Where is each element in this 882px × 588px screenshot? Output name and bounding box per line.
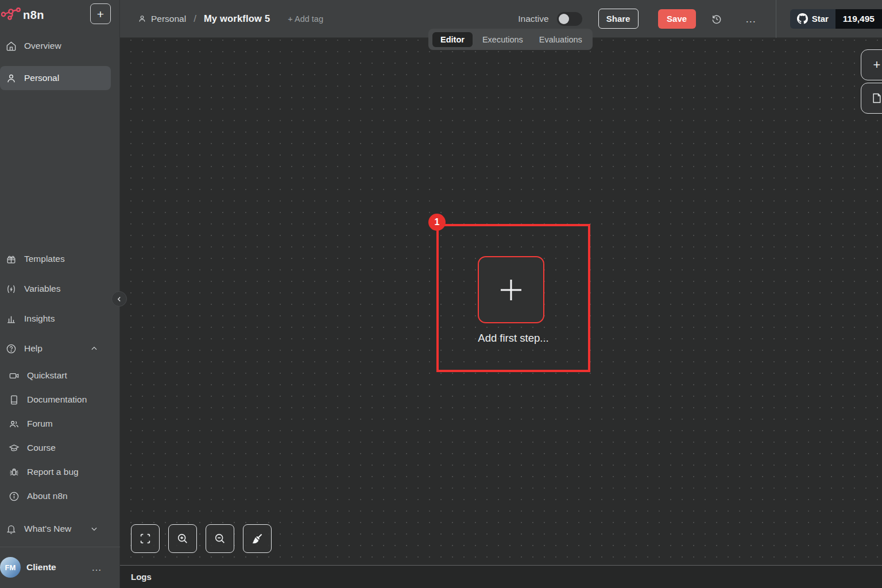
canvas-add-node-button[interactable]: + (861, 49, 882, 80)
more-options-button[interactable]: … (745, 13, 757, 25)
share-button[interactable]: Share (598, 9, 639, 29)
breadcrumb-project-label: Personal (151, 14, 186, 24)
zoom-out-button[interactable] (206, 524, 234, 553)
topbar-separator (776, 0, 776, 38)
n8n-app-window: n8n + Overview Personal Templates Variab… (0, 0, 882, 588)
workflow-title[interactable]: My workflow 5 (204, 13, 270, 24)
github-icon (797, 13, 808, 24)
sidebar-item-label: Insights (24, 314, 55, 324)
user-name: Cliente (26, 562, 56, 572)
sidebar-collapse-button[interactable] (111, 291, 127, 307)
app-title: n8n (23, 9, 44, 22)
book-icon (9, 394, 20, 405)
sidebar: n8n + Overview Personal Templates Variab… (0, 0, 120, 588)
broom-icon (251, 532, 264, 545)
sidebar-divider (0, 547, 120, 547)
github-star-widget[interactable]: Star 119,495 (790, 9, 882, 29)
history-icon (711, 13, 722, 25)
fit-view-button[interactable] (131, 524, 160, 553)
tab-editor[interactable]: Editor (432, 32, 473, 47)
sidebar-item-label: Quickstart (27, 370, 67, 381)
sidebar-item-label: Course (27, 443, 56, 453)
variables-icon (6, 284, 17, 295)
sidebar-item-quickstart[interactable]: Quickstart (0, 363, 111, 388)
tab-evaluations[interactable]: Evaluations (533, 32, 589, 47)
home-icon (6, 41, 17, 52)
annotation-badge: 1 (428, 214, 446, 231)
add-first-step-label[interactable]: Add first step... (436, 332, 590, 345)
sidebar-help-submenu: Quickstart Documentation Forum Course Re… (0, 363, 120, 508)
add-tag-button[interactable]: + Add tag (288, 14, 323, 24)
workflow-status-label: Inactive (518, 14, 548, 24)
forum-icon (9, 419, 20, 430)
tidy-up-button[interactable] (243, 524, 272, 553)
fit-view-icon (139, 532, 152, 545)
logs-panel-header[interactable]: Logs (120, 565, 882, 588)
sidebar-main-nav: Overview Personal (0, 34, 120, 98)
avatar: FM (0, 557, 21, 578)
user-icon (138, 14, 146, 23)
sidebar-item-label: Overview (24, 41, 61, 51)
bug-icon (9, 467, 20, 478)
active-toggle[interactable] (557, 12, 582, 26)
breadcrumb: Personal / My workflow 5 + Add tag (138, 13, 323, 25)
sidebar-item-insights[interactable]: Insights (0, 307, 111, 331)
insights-icon (6, 314, 17, 324)
sidebar-secondary-nav: Templates Variables Insights Help (0, 247, 120, 366)
breadcrumb-separator: / (194, 13, 196, 25)
sidebar-item-label: Variables (24, 284, 60, 294)
chevron-up-icon (90, 345, 98, 355)
logs-title: Logs (131, 572, 152, 582)
chevron-left-icon (116, 296, 123, 303)
info-icon (9, 491, 20, 502)
sidebar-item-personal[interactable]: Personal (0, 66, 111, 90)
sidebar-item-label: Help (24, 343, 42, 354)
sidebar-item-about[interactable]: About n8n (0, 484, 111, 508)
user-menu[interactable]: FM Cliente … (0, 552, 120, 582)
user-icon (6, 73, 17, 84)
sidebar-item-label: Documentation (27, 394, 87, 405)
sidebar-item-label: Personal (24, 73, 59, 83)
view-tabs: Editor Executions Evaluations (428, 29, 593, 50)
zoom-out-icon (214, 532, 226, 545)
logo-row: n8n + (0, 2, 120, 28)
sidebar-item-label: What's New (24, 524, 71, 534)
sidebar-item-variables[interactable]: Variables (0, 277, 111, 301)
sidebar-item-label: About n8n (27, 491, 68, 501)
plus-icon (498, 277, 524, 303)
templates-icon (6, 254, 17, 265)
canvas-controls (131, 524, 272, 553)
user-more-button[interactable]: … (91, 562, 103, 574)
github-star-label: Star (812, 14, 829, 24)
sidebar-item-course[interactable]: Course (0, 436, 111, 460)
zoom-in-icon (176, 532, 189, 545)
zoom-in-button[interactable] (168, 524, 197, 553)
video-icon (9, 370, 20, 381)
tab-executions[interactable]: Executions (476, 32, 529, 47)
bell-icon (6, 524, 17, 535)
canvas-add-sticky-button[interactable] (861, 83, 882, 114)
history-button[interactable] (711, 13, 722, 25)
breadcrumb-project[interactable]: Personal (138, 14, 186, 24)
sidebar-bottom-nav: What's New (0, 517, 120, 541)
toggle-knob (559, 14, 569, 24)
github-star-count: 119,495 (835, 9, 882, 29)
sidebar-item-forum[interactable]: Forum (0, 412, 111, 436)
add-first-step-button[interactable] (478, 256, 544, 323)
sidebar-item-label: Templates (24, 254, 65, 264)
sidebar-item-templates[interactable]: Templates (0, 247, 111, 271)
sidebar-item-documentation[interactable]: Documentation (0, 388, 111, 412)
sidebar-item-report-bug[interactable]: Report a bug (0, 460, 111, 484)
sidebar-item-label: Forum (27, 419, 53, 429)
save-button[interactable]: Save (658, 9, 696, 29)
sticky-note-icon (871, 92, 882, 105)
sidebar-add-workflow-button[interactable]: + (90, 3, 111, 24)
chevron-down-icon (90, 525, 98, 535)
course-icon (9, 443, 20, 454)
n8n-logo-icon (1, 7, 21, 24)
sidebar-item-overview[interactable]: Overview (0, 34, 111, 58)
help-icon (6, 343, 17, 354)
sidebar-item-help[interactable]: Help (0, 336, 111, 361)
sidebar-item-whats-new[interactable]: What's New (0, 517, 111, 541)
plus-icon: + (873, 57, 881, 72)
